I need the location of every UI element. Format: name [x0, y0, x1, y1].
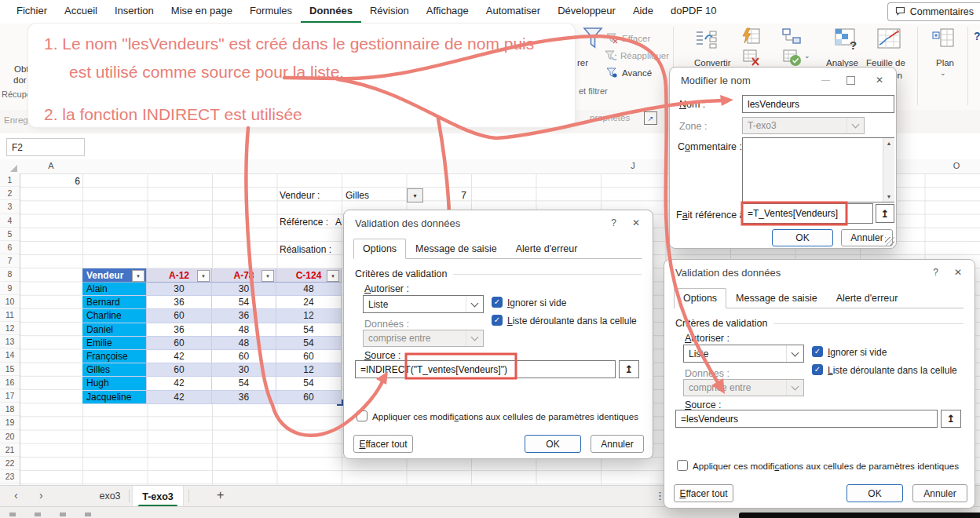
row-header[interactable]: 7 — [0, 254, 20, 268]
plan-outline-icon[interactable] — [931, 27, 955, 53]
chevron-down-icon[interactable]: ⌄ — [804, 52, 810, 60]
column-header-a[interactable]: A — [39, 161, 63, 170]
row-header[interactable]: 8 — [0, 268, 20, 281]
ok-button[interactable]: OK — [772, 229, 833, 246]
cell-f4-clipped[interactable]: A — [335, 217, 342, 228]
table-cell[interactable]: 12 — [276, 309, 342, 323]
tab-alerte-erreur[interactable]: Alerte d'erreur — [827, 288, 908, 308]
ignorer-checkbox[interactable] — [812, 346, 823, 357]
column-header-j[interactable]: J — [621, 161, 645, 170]
row-header[interactable]: 14 — [0, 348, 20, 362]
close-icon[interactable]: ✕ — [876, 75, 883, 86]
text-to-columns-icon[interactable] — [694, 28, 718, 55]
reference-input[interactable]: =T_Ventes[Vendeurs] — [742, 203, 873, 224]
table-cell[interactable]: 60 — [147, 309, 212, 323]
table-cell[interactable]: 30 — [147, 283, 212, 296]
row-header[interactable]: 4 — [0, 214, 20, 228]
table-cell[interactable]: 42 — [147, 391, 212, 404]
row-header[interactable]: 13 — [0, 335, 20, 348]
ribbon-tab-donnees[interactable]: Données — [301, 0, 361, 24]
scroll-up-icon[interactable]: ▲ — [883, 140, 894, 146]
tab-alerte-erreur[interactable]: Alerte d'erreur — [506, 239, 587, 259]
filter-dropdown-icon[interactable]: ▼ — [261, 270, 274, 282]
chevron-down-icon[interactable]: ⌄ — [940, 69, 946, 77]
appliquer-checkbox[interactable] — [677, 460, 688, 471]
table-header-cell[interactable]: A-12▼ — [147, 268, 212, 283]
flash-fill-icon[interactable] — [741, 27, 762, 50]
sheet-tab-t-exo3[interactable]: T-exo3 — [132, 486, 184, 507]
table-cell[interactable]: 54 — [212, 296, 276, 309]
column-header-o[interactable]: O — [945, 161, 968, 170]
get-data-label-cut[interactable]: Obt — [14, 64, 29, 74]
table-cell[interactable]: 48 — [212, 323, 276, 337]
ribbon-tab-insertion[interactable]: Insertion — [106, 0, 163, 24]
row-header[interactable]: 19 — [0, 416, 20, 429]
row-header[interactable]: 18 — [0, 403, 20, 416]
commentaire-textarea[interactable] — [742, 137, 894, 202]
appliquer-checkbox[interactable] — [357, 410, 368, 421]
table-resize-handle[interactable] — [337, 399, 343, 406]
annuler-button[interactable]: Annuler — [912, 484, 967, 502]
row-header[interactable]: 21 — [0, 443, 20, 457]
relationships-icon[interactable] — [781, 27, 802, 49]
table-cell[interactable]: 36 — [212, 309, 276, 323]
table-cell[interactable]: Emilie — [82, 337, 147, 350]
tab-message-saisie[interactable]: Message de saisie — [406, 239, 506, 259]
row-header[interactable]: 16 — [0, 376, 20, 389]
ribbon-tab-formules[interactable]: Formules — [241, 0, 301, 24]
nom-input[interactable]: lesVendeurs — [742, 95, 894, 113]
source-input[interactable]: =INDIRECT("T_ventes[Vendeurs]") — [355, 360, 616, 378]
ribbon-tab-accueil[interactable]: Accueil — [56, 0, 106, 24]
effacer-filter-button[interactable]: Effacer — [622, 34, 650, 43]
table-cell[interactable]: Bernard — [82, 296, 147, 309]
help-icon[interactable]: ? — [611, 217, 616, 228]
filter-dropdown-icon[interactable]: ▼ — [132, 270, 144, 282]
collapse-dialog-icon[interactable] — [941, 410, 961, 428]
scrollbar[interactable]: ▲ ▼ — [883, 138, 894, 202]
row-header[interactable]: 23 — [0, 470, 20, 483]
row-header[interactable]: 10 — [0, 295, 20, 308]
chevron-down-icon[interactable] — [466, 296, 483, 312]
table-cell[interactable]: 24 — [276, 296, 342, 309]
table-cell[interactable]: Françoise — [82, 350, 147, 363]
effacer-tout-button[interactable]: Effacer tout — [353, 435, 413, 453]
table-cell[interactable]: 54 — [276, 377, 342, 390]
table-cell[interactable]: Alain — [82, 283, 147, 296]
sheet-prev-icon[interactable]: ‹ — [14, 489, 18, 502]
select-all-corner[interactable] — [10, 165, 17, 172]
resize-grip[interactable] — [885, 237, 894, 246]
forecast-sheet-icon[interactable] — [876, 27, 901, 54]
table-cell[interactable]: Charline — [82, 309, 147, 323]
table-header-cell[interactable]: C-124▼ — [276, 268, 342, 283]
analyse-data-icon[interactable]: ? — [834, 27, 859, 54]
table-cell[interactable]: 30 — [212, 283, 276, 296]
table-cell[interactable]: Hugh — [82, 377, 147, 390]
table-cell[interactable]: 30 — [212, 363, 276, 377]
row-header[interactable]: 3 — [0, 200, 20, 213]
row-header[interactable]: 12 — [0, 322, 20, 335]
close-icon[interactable]: ✕ — [954, 267, 962, 278]
ignorer-checkbox[interactable] — [492, 297, 503, 308]
ribbon-tab-dopdf[interactable]: doPDF 10 — [662, 0, 726, 24]
deroulante-checkbox[interactable] — [812, 364, 823, 375]
filter-icon[interactable] — [583, 27, 603, 55]
collapse-dialog-icon[interactable] — [876, 204, 894, 223]
ribbon-tab-aide[interactable]: Aide — [624, 0, 662, 24]
avance-filter-button[interactable]: Avancé — [622, 68, 652, 78]
plan-button[interactable]: Plan — [936, 58, 954, 67]
table-cell[interactable]: 42 — [147, 377, 212, 390]
sheet-next-icon[interactable]: › — [39, 489, 43, 502]
table-cell[interactable]: 48 — [212, 337, 276, 350]
filtrer-label-cut[interactable]: rer — [577, 58, 588, 67]
minimize-icon[interactable] — [821, 80, 830, 81]
add-sheet-icon[interactable]: + — [217, 488, 224, 502]
cell-e4-label[interactable]: Référence : — [280, 217, 328, 228]
maximize-icon[interactable] — [847, 76, 855, 85]
ribbon-tab-automatiser[interactable]: Automatiser — [477, 0, 549, 24]
table-cell[interactable]: Daniel — [82, 323, 147, 337]
table-cell[interactable]: 42 — [147, 350, 212, 363]
deroulante-checkbox[interactable] — [492, 315, 503, 326]
reappliquer-button[interactable]: Réappliquer — [620, 51, 669, 60]
table-header-cell[interactable]: Vendeur▼ — [82, 268, 147, 283]
chevron-down-icon[interactable] — [786, 345, 803, 362]
